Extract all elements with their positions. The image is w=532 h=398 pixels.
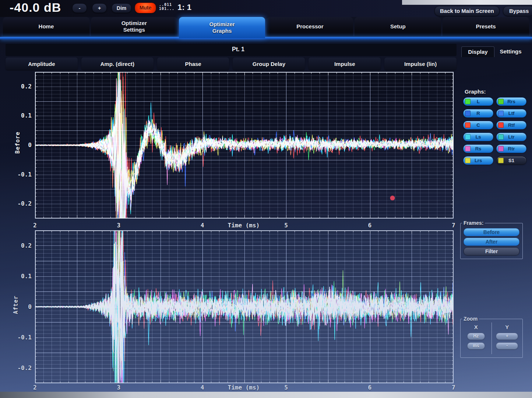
binary-icon-line1: ..011: [159, 3, 175, 7]
x-tick-label: 3: [117, 384, 120, 391]
panel-tab-display[interactable]: Display: [461, 46, 494, 57]
channel-color-swatch: [498, 134, 504, 140]
channel-label: Rs: [475, 146, 482, 151]
master-volume-readout: -40.0 dB: [10, 0, 61, 15]
channel-label: S1: [508, 158, 514, 163]
graphs-section-title: Graphs:: [465, 88, 486, 95]
before-axis-title: Before: [14, 132, 21, 154]
channel-label: Rrs: [507, 99, 515, 104]
channel-color-swatch: [498, 99, 504, 104]
frames-section-title: Frames:: [462, 220, 485, 226]
after-axis-title: After: [13, 296, 19, 314]
zoom-x-ms-button[interactable]: ms: [467, 342, 485, 349]
mute-button[interactable]: Mute: [135, 3, 156, 13]
binary-icon-line2: 101...: [159, 7, 175, 11]
channel-label: Lrs: [475, 158, 482, 163]
y-tick-label: -0.2: [17, 364, 32, 371]
graph-tab-impulse[interactable]: Impulse: [309, 57, 381, 70]
channel-label: Ltr: [508, 134, 514, 140]
measurement-point-label: Pt. 1: [232, 46, 244, 53]
y-tick-label: 0.2: [21, 242, 32, 249]
zoom-x-label: X: [461, 324, 492, 330]
graph-tab-amp-direct[interactable]: Amp. (direct): [81, 57, 154, 70]
y-tick-label: -0.1: [17, 171, 32, 178]
channel-color-swatch: [465, 99, 471, 104]
active-tab-underline: [0, 37, 532, 39]
channel-button-L[interactable]: L: [463, 97, 493, 106]
x-tick-label: 3: [117, 222, 120, 229]
panel-tab-settings[interactable]: Settings: [494, 46, 527, 57]
channel-button-Ltr[interactable]: Ltr: [496, 133, 526, 141]
zoom-y-label: Y: [492, 324, 523, 330]
tab-optimizer-settings[interactable]: Optimizer Settings: [91, 17, 177, 36]
volume-down-button[interactable]: -: [72, 3, 87, 13]
channel-label: Ls: [475, 134, 481, 140]
before-x-axis-labels: 234567Time (ms): [35, 222, 454, 230]
graph-type-tab-bar: Amplitude Amp. (direct) Phase Group Dela…: [6, 57, 457, 70]
dim-button[interactable]: Dim: [112, 3, 131, 13]
channel-color-swatch: [498, 146, 504, 151]
channel-button-Ls[interactable]: Ls: [463, 133, 493, 141]
sample-rate-ratio: 1: 1: [177, 3, 191, 12]
tab-setup[interactable]: Setup: [355, 17, 441, 36]
zoom-y-plus-button[interactable]: +: [496, 333, 518, 340]
zoom-x-hz-button[interactable]: Hz: [467, 333, 485, 340]
channel-button-Ltf[interactable]: Ltf: [496, 109, 526, 118]
y-tick-label: 0.1: [21, 112, 32, 119]
volume-up-button[interactable]: +: [92, 3, 107, 13]
tab-processor[interactable]: Processor: [267, 17, 353, 36]
graph-tab-impulse-lin[interactable]: Impulse (lin): [384, 57, 457, 70]
channel-label: Ltf: [508, 111, 515, 116]
main-tab-bar: Home Optimizer Settings Optimizer Graphs…: [3, 17, 529, 38]
zoom-section-title: Zoom: [462, 316, 479, 322]
channel-color-swatch: [498, 122, 504, 128]
back-to-main-screen-button[interactable]: Back to Main Screen: [434, 6, 500, 16]
before-plot-canvas[interactable]: [35, 72, 454, 219]
channel-button-Lrs[interactable]: Lrs: [463, 156, 493, 165]
x-axis-title: Time (ms): [228, 222, 260, 229]
x-tick-label: 6: [368, 222, 372, 229]
channel-button-S1[interactable]: S1: [496, 156, 526, 165]
graph-tab-group-delay[interactable]: Group Delay: [233, 57, 305, 70]
channel-color-swatch: [465, 111, 471, 116]
zoom-y-minus-button[interactable]: -: [496, 342, 518, 349]
channel-color-swatch: [465, 134, 471, 140]
y-tick-label: 0.1: [21, 273, 32, 280]
channel-label: Rtr: [508, 146, 515, 151]
graph-tab-phase[interactable]: Phase: [157, 57, 229, 70]
channel-button-C[interactable]: C: [463, 121, 493, 129]
channel-toggle-grid: LRrsRLtfCRtfLsLtrRsRtrLrsS1: [463, 97, 526, 165]
x-tick-label: 7: [452, 222, 455, 229]
x-tick-label: 4: [201, 222, 204, 229]
channel-color-swatch: [498, 111, 504, 116]
channel-label: C: [476, 122, 480, 128]
after-plot-canvas[interactable]: [35, 230, 454, 383]
channel-button-R[interactable]: R: [463, 109, 493, 118]
frame-button-filter[interactable]: Filter: [464, 247, 519, 255]
frames-buttons: BeforeAfterFilter: [461, 228, 522, 255]
channel-button-Rtr[interactable]: Rtr: [496, 144, 526, 153]
before-impulse-plot[interactable]: [35, 72, 454, 219]
x-axis-title: Time (ms): [228, 384, 260, 391]
bypass-button[interactable]: Bypass: [503, 6, 532, 16]
tab-home[interactable]: Home: [3, 17, 89, 36]
tab-presets[interactable]: Presets: [443, 17, 529, 36]
panel-tab-bar: Display Settings: [461, 46, 527, 57]
tab-optimizer-graphs[interactable]: Optimizer Graphs: [179, 17, 265, 38]
y-tick-label: -0.2: [17, 200, 32, 207]
after-impulse-plot[interactable]: [35, 230, 454, 383]
frame-button-before[interactable]: Before: [464, 228, 519, 236]
x-tick-label: 5: [284, 384, 288, 391]
measurement-point-bar: [6, 44, 457, 56]
y-tick-label: 0: [28, 303, 32, 310]
x-tick-label: 6: [368, 384, 372, 391]
y-tick-label: 0: [28, 142, 32, 149]
channel-button-Rs[interactable]: Rs: [463, 144, 493, 153]
channel-button-Rrs[interactable]: Rrs: [496, 97, 526, 106]
channel-label: R: [476, 111, 480, 116]
frame-button-after[interactable]: After: [464, 238, 519, 246]
frames-section: Frames: BeforeAfterFilter: [460, 220, 523, 259]
channel-label: Rtf: [508, 122, 515, 128]
graph-tab-amplitude[interactable]: Amplitude: [6, 57, 78, 70]
channel-button-Rtf[interactable]: Rtf: [496, 121, 526, 129]
